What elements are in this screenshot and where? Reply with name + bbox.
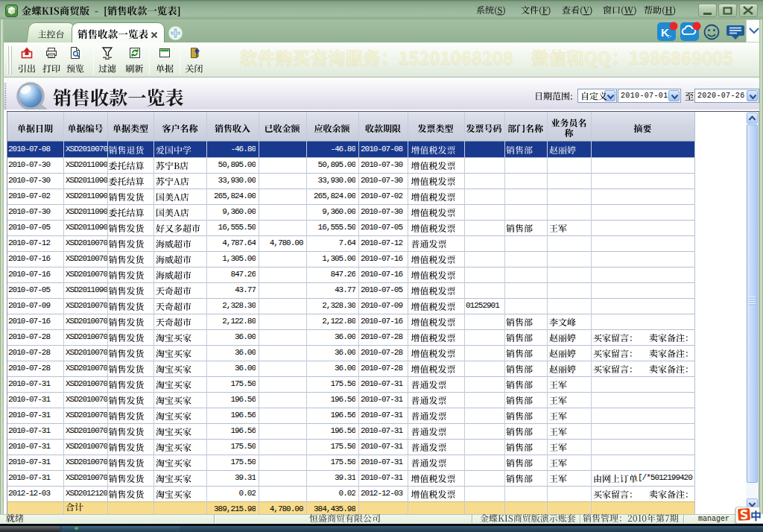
svg-text::·: :· (668, 33, 671, 39)
